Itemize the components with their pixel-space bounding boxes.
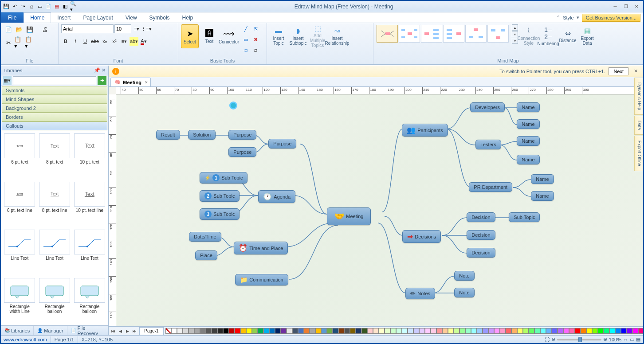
superscript-button[interactable]: x² (110, 37, 119, 46)
undo-icon[interactable]: ↶ (11, 3, 18, 10)
lib-go-icon[interactable]: ➜ (98, 76, 106, 85)
mindmap-node[interactable]: Testers (475, 140, 501, 149)
color-swatch[interactable] (240, 328, 246, 334)
layout-preset-5[interactable] (465, 25, 487, 43)
export-data-button[interactable]: ▦Export Data (578, 24, 596, 48)
color-swatch[interactable] (465, 328, 471, 334)
mindmap-node[interactable]: Developers (470, 102, 505, 112)
color-swatch[interactable] (396, 328, 402, 334)
lib-category[interactable]: Mind Shapes (2, 95, 107, 104)
color-swatch[interactable] (252, 328, 258, 334)
color-swatch[interactable] (569, 328, 575, 334)
color-swatch[interactable] (379, 328, 385, 334)
lib-category[interactable]: Callouts (2, 121, 107, 130)
lib-tab-manager[interactable]: 👤Manager (34, 326, 67, 335)
save-file-icon[interactable]: 💾 (25, 24, 35, 34)
mindmap-node[interactable]: Name (517, 119, 539, 129)
color-swatch[interactable] (615, 328, 621, 334)
canvas-page[interactable]: 🤝MeetingPurposePurposePurposeSolutionRes… (116, 94, 643, 326)
crop-tool-icon[interactable]: ⧉ (251, 46, 260, 55)
x2-tool-icon[interactable]: ✖ (251, 35, 260, 44)
color-swatch[interactable] (419, 328, 425, 334)
lib-tab-libraries[interactable]: 📚Libraries (1, 326, 34, 335)
color-swatch[interactable] (500, 328, 506, 334)
color-swatch[interactable] (506, 328, 511, 334)
no-color-swatch[interactable] (165, 328, 171, 334)
color-swatch[interactable] (408, 328, 413, 334)
lib-category[interactable]: Background 2 (2, 104, 107, 113)
mindmap-node[interactable]: 👥Participants (402, 124, 448, 137)
color-swatch[interactable] (212, 328, 217, 334)
mindmap-node[interactable]: Name (517, 155, 539, 164)
color-swatch[interactable] (327, 328, 333, 334)
color-swatch[interactable] (321, 328, 327, 334)
color-swatch[interactable] (558, 328, 563, 334)
side-tab-export[interactable]: Export Office (634, 136, 643, 171)
cut-icon[interactable]: ✂ (4, 38, 13, 47)
fit-page-icon[interactable]: ▭ (630, 336, 634, 342)
line-spacing-icon[interactable]: ≡▾ (132, 24, 141, 33)
new-file-icon[interactable]: 📄 (4, 24, 13, 34)
tab-insert[interactable]: Insert (51, 12, 77, 23)
color-swatch[interactable] (246, 328, 252, 334)
mindmap-node[interactable]: Name (531, 191, 554, 201)
mindmap-node[interactable]: 🕐Agenda (258, 190, 295, 203)
distance-button[interactable]: ⇔Distance (559, 24, 577, 48)
page-next-icon[interactable]: ▶ (124, 328, 131, 335)
mindmap-node[interactable]: Purpose (228, 147, 256, 157)
color-swatch[interactable] (563, 328, 569, 334)
rect-tool-icon[interactable]: ▭ (241, 35, 250, 44)
lib-shape-item[interactable]: Text8 pt. text (38, 132, 72, 180)
mindmap-node[interactable]: Purpose (228, 130, 256, 140)
color-swatch[interactable] (304, 328, 310, 334)
doc-icon[interactable]: 📄 (45, 3, 52, 10)
zoom-out-icon[interactable]: ⊖ (551, 336, 555, 342)
layout-preset-1[interactable] (377, 25, 398, 43)
mindmap-node[interactable]: Decision (467, 230, 495, 240)
restore-button[interactable]: ❐ (621, 3, 631, 10)
color-swatch[interactable] (448, 328, 454, 334)
doc-tab-meeting[interactable]: 🧠 Meeting ✕ (110, 78, 151, 86)
color-swatch[interactable] (275, 328, 281, 334)
color-swatch[interactable] (488, 328, 494, 334)
search-icon[interactable]: 🔍▾ (70, 3, 77, 10)
hint-close-icon[interactable]: ✕ (632, 68, 640, 74)
color-swatch[interactable] (292, 328, 298, 334)
pdf-icon[interactable]: ▤ (53, 3, 60, 10)
color-swatch[interactable] (529, 328, 534, 334)
status-url[interactable]: www.edrawsoft.com (4, 337, 47, 342)
color-swatch[interactable] (638, 328, 643, 334)
lib-shape-item[interactable]: Line Text (38, 228, 72, 276)
new-icon[interactable]: ▭ (36, 3, 43, 10)
lib-shape-item[interactable]: Line Text (73, 228, 107, 276)
side-tab-data[interactable]: Data (634, 116, 643, 135)
lib-category[interactable]: Symbols (2, 86, 107, 95)
fit-width-icon[interactable]: ↔ (623, 337, 628, 342)
color-swatch[interactable] (511, 328, 517, 334)
color-swatch[interactable] (523, 328, 529, 334)
mindmap-node[interactable]: Sub Topic (509, 212, 540, 222)
color-swatch[interactable] (177, 328, 183, 334)
color-swatch[interactable] (344, 328, 350, 334)
copy-icon[interactable]: 📋▾ (14, 38, 24, 47)
color-swatch[interactable] (459, 328, 465, 334)
lib-grid-icon[interactable]: ▦▾ (3, 76, 12, 85)
color-swatch[interactable] (258, 328, 263, 334)
align-icon[interactable]: ≡▾ (120, 37, 129, 46)
color-swatch[interactable] (367, 328, 373, 334)
tab-view[interactable]: View (119, 12, 143, 23)
page-first-icon[interactable]: ⏮ (110, 328, 117, 335)
mindmap-node[interactable]: Note (454, 288, 474, 297)
highlight-icon[interactable]: ab▾ (130, 37, 138, 46)
lib-shape-item[interactable]: Rectangle balloon (73, 277, 107, 324)
color-swatch[interactable] (310, 328, 315, 334)
layout-preset-2[interactable] (399, 25, 420, 43)
close-panel-icon[interactable]: ✕ (102, 67, 106, 73)
subscript-button[interactable]: x₂ (100, 37, 109, 46)
strike-button[interactable]: abc (90, 37, 99, 46)
mindmap-node[interactable]: 2Sub Topic (200, 190, 240, 202)
mindmap-node[interactable]: Name (517, 136, 539, 146)
italic-button[interactable]: I (71, 37, 80, 46)
color-swatch[interactable] (413, 328, 419, 334)
color-swatch[interactable] (477, 328, 483, 334)
